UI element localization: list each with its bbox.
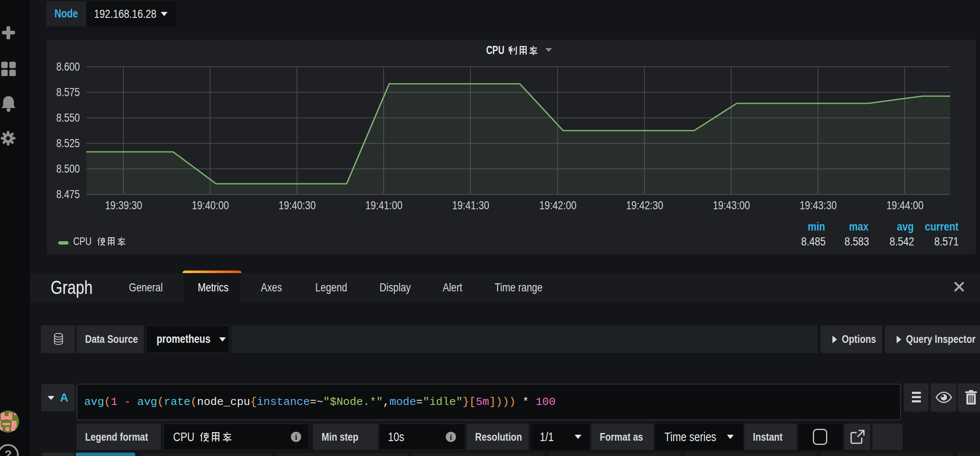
svg-text:i: i	[295, 433, 297, 442]
svg-text:i: i	[450, 433, 452, 442]
svg-text:?: ?	[4, 448, 11, 456]
